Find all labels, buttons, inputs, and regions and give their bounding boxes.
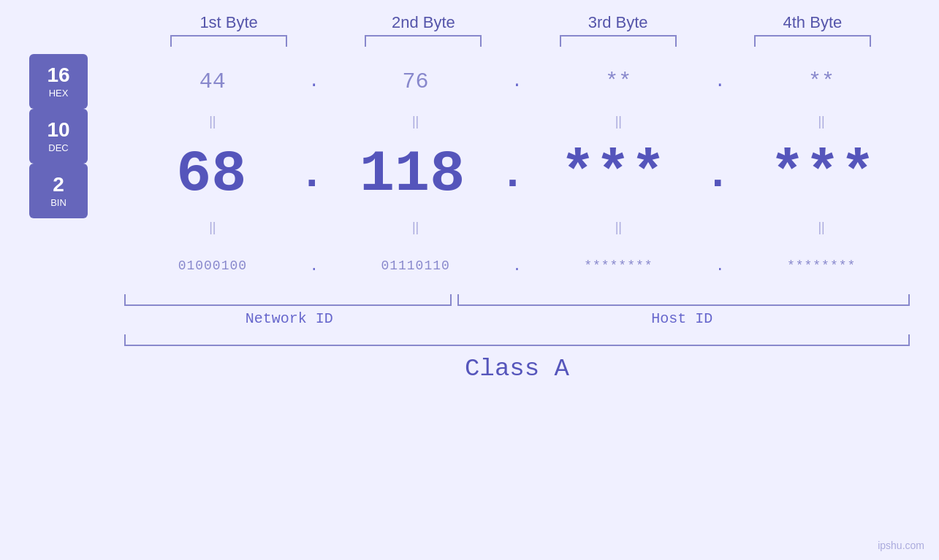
dec-b2: 118 xyxy=(325,145,500,204)
dec-base-label: DEC xyxy=(48,142,68,153)
bracket-b1 xyxy=(132,35,326,47)
hex-dot1: . xyxy=(301,72,327,91)
host-bracket-wrapper: Host ID xyxy=(455,294,911,327)
main-container: 1st Byte 2nd Byte 3rd Byte 4th Byte 16 H… xyxy=(0,0,939,560)
bracket-b4-line xyxy=(754,35,871,47)
byte3-header: 3rd Byte xyxy=(521,13,715,32)
dec-row: 68 . 118 . *** . *** xyxy=(124,134,910,215)
net-bracket-line xyxy=(124,294,452,306)
dec-b4: *** xyxy=(735,145,910,204)
bin-row: 01000100 . 01110110 . ******** . *******… xyxy=(124,240,910,291)
bracket-b1-line xyxy=(170,35,287,47)
base-badges-col: 16 HEX 10 DEC 2 BIN xyxy=(29,54,124,277)
dec-dot1: . xyxy=(299,153,325,196)
dec-badge: 10 DEC xyxy=(29,109,88,164)
dec-dot2: . xyxy=(500,153,526,196)
bin-dot2: . xyxy=(504,258,531,275)
bin-base-num: 2 xyxy=(53,174,64,196)
watermark: ipshu.com xyxy=(878,540,924,551)
hex-dot3: . xyxy=(707,72,733,91)
sep2-b2: || xyxy=(327,220,504,235)
hex-b1: 44 xyxy=(124,69,301,94)
byte2-header: 2nd Byte xyxy=(326,13,520,32)
content-area: 16 HEX 10 DEC 2 BIN 44 . 76 . ** . ** xyxy=(29,54,910,560)
byte4-header: 4th Byte xyxy=(715,13,910,32)
sep1-b3: || xyxy=(531,114,707,129)
hex-base-num: 16 xyxy=(47,64,69,87)
sep1-b2: || xyxy=(327,114,504,129)
values-area: 44 . 76 . ** . ** || || || || 68 xyxy=(124,54,910,383)
bin-badge: 2 BIN xyxy=(29,164,88,218)
network-id-label: Network ID xyxy=(124,310,455,327)
bin-base-label: BIN xyxy=(50,197,66,208)
bin-b2: 01110110 xyxy=(327,258,504,273)
bracket-b4 xyxy=(715,35,910,47)
dec-base-num: 10 xyxy=(47,119,69,142)
bin-b1: 01000100 xyxy=(124,258,301,273)
bin-b4: ******** xyxy=(733,258,910,273)
bracket-b2-line xyxy=(365,35,482,47)
hex-row: 44 . 76 . ** . ** xyxy=(124,54,910,109)
hex-b2: 76 xyxy=(327,69,504,94)
bottom-brackets-row: Network ID Host ID xyxy=(124,294,910,327)
byte1-header: 1st Byte xyxy=(132,13,326,32)
bracket-b2 xyxy=(326,35,520,47)
hex-base-label: HEX xyxy=(49,88,69,99)
hex-dot2: . xyxy=(504,72,531,91)
sep-row-1: || || || || xyxy=(124,109,910,134)
sep2-b3: || xyxy=(531,220,707,235)
top-brackets xyxy=(29,35,910,47)
hex-badge: 16 HEX xyxy=(29,54,88,109)
sep1-b4: || xyxy=(733,114,910,129)
class-label: Class A xyxy=(124,355,910,383)
bracket-b3-line xyxy=(560,35,677,47)
hex-b3: ** xyxy=(531,69,707,94)
outer-bracket-line xyxy=(124,334,910,346)
host-bracket-line xyxy=(457,294,911,306)
bracket-b3 xyxy=(521,35,715,47)
host-id-label: Host ID xyxy=(455,310,911,327)
outer-bracket-wrapper xyxy=(124,334,910,346)
sep2-b4: || xyxy=(733,220,910,235)
bin-b3: ******** xyxy=(531,258,707,273)
dec-dot3: . xyxy=(700,153,735,196)
sep2-b1: || xyxy=(124,220,301,235)
dec-b3: *** xyxy=(526,145,701,204)
bin-dot3: . xyxy=(707,258,733,275)
header-row: 1st Byte 2nd Byte 3rd Byte 4th Byte xyxy=(29,13,910,32)
hex-b4: ** xyxy=(733,69,910,94)
dec-b1: 68 xyxy=(124,145,299,204)
net-bracket-wrapper: Network ID xyxy=(124,294,455,327)
sep-row-2: || || || || xyxy=(124,215,910,240)
bin-dot1: . xyxy=(301,258,327,275)
sep1-b1: || xyxy=(124,114,301,129)
